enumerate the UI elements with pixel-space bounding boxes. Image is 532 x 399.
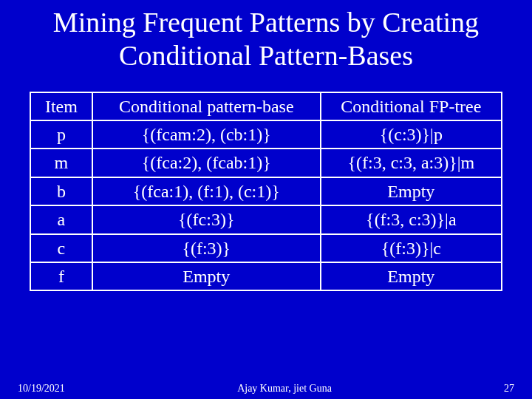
slide-title: Mining Frequent Patterns by Creating Con… [30, 6, 502, 72]
cell-item: b [30, 177, 92, 205]
footer-date: 10/19/2021 [18, 383, 84, 395]
footer-page: 27 [485, 383, 514, 395]
cell-tree: {(f:3, c:3, a:3)}|m [321, 149, 502, 177]
cell-base: {(fca:1), (f:1), (c:1)} [92, 177, 321, 205]
cell-base: {(fc:3)} [92, 205, 321, 233]
table-row: p {(fcam:2), (cb:1)} {(c:3)}|p [30, 120, 502, 149]
cell-tree: {(f:3, c:3)}|a [321, 205, 502, 233]
slide: Mining Frequent Patterns by Creating Con… [0, 0, 532, 399]
cell-base: Empty [92, 262, 321, 290]
cell-base: {(f:3)} [92, 234, 321, 262]
table-row: b {(fca:1), (f:1), (c:1)} Empty [30, 177, 502, 205]
cell-item: p [30, 120, 92, 149]
table-header-row: Item Conditional pattern-base Conditiona… [30, 92, 502, 120]
header-tree: Conditional FP-tree [321, 92, 502, 120]
cell-item: m [30, 149, 92, 177]
cell-tree: {(f:3)}|c [321, 234, 502, 262]
cell-item: c [30, 234, 92, 262]
header-base: Conditional pattern-base [92, 92, 321, 120]
table-row: a {(fc:3)} {(f:3, c:3)}|a [30, 205, 502, 233]
header-item: Item [30, 92, 92, 120]
footer-author: Ajay Kumar, jiet Guna [84, 383, 485, 395]
cell-tree: {(c:3)}|p [321, 120, 502, 149]
table-row: m {(fca:2), (fcab:1)} {(f:3, c:3, a:3)}|… [30, 149, 502, 177]
table-row: f Empty Empty [30, 262, 502, 290]
cell-tree: Empty [321, 177, 502, 205]
cell-tree: Empty [321, 262, 502, 290]
table-row: c {(f:3)} {(f:3)}|c [30, 234, 502, 262]
cell-base: {(fca:2), (fcab:1)} [92, 149, 321, 177]
cell-item: a [30, 205, 92, 233]
cell-base: {(fcam:2), (cb:1)} [92, 120, 321, 149]
cell-item: f [30, 262, 92, 290]
pattern-base-table: Item Conditional pattern-base Conditiona… [30, 92, 502, 292]
slide-footer: 10/19/2021 Ajay Kumar, jiet Guna 27 [0, 383, 532, 395]
